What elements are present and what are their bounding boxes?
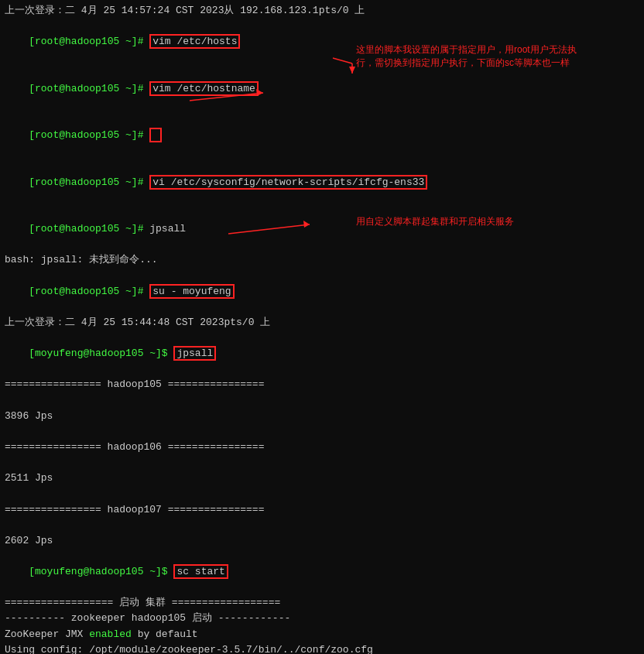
prompt: [root@hadoop105 ~]#: [29, 83, 149, 94]
cmd-text: vim /etc/hostname: [149, 81, 259, 96]
prompt: [root@hadoop105 ~]#: [29, 36, 149, 47]
line-config-105: Using config: /opt/module/zookeeper-3.5.…: [5, 642, 639, 654]
prompt: [root@hadoop105 ~]#: [29, 223, 149, 235]
cmd-text: [149, 128, 162, 142]
annotation-sc-cmd: 用自定义脚本群起集群和开启相关服务: [356, 215, 588, 228]
line-empty3: [5, 455, 639, 471]
line-sep-107: ================ hadoop107 =============…: [5, 502, 639, 518]
line-jps-106: 2511 Jps: [5, 471, 639, 486]
cmd-jpsall: jpsall: [173, 346, 216, 361]
terminal: 上一次登录：二 4月 25 14:57:24 CST 2023从 192.168…: [0, 0, 644, 654]
line-sep-105: ================ hadoop105 =============…: [5, 377, 639, 392]
line-empty5: [5, 518, 639, 533]
cmd-text: vim /etc/hosts: [149, 34, 240, 49]
line-jpsall-root: [root@hadoop105 ~]# jpsall: [5, 206, 639, 252]
line-empty2: [5, 424, 639, 440]
cmd-su: su - moyufeng: [149, 284, 234, 299]
line-last-login: 上一次登录：二 4月 25 14:57:24 CST 2023从 192.168…: [5, 3, 639, 19]
line-jps-107: 2602 Jps: [5, 533, 639, 549]
prompt: [moyufeng@hadoop105 ~]$: [29, 566, 173, 577]
cmd-text: jpsall: [149, 223, 186, 235]
cmd-sc-start: sc start: [173, 564, 228, 579]
line-last-login2: 上一次登录：二 4月 25 15:44:48 CST 2023pts/0 上: [5, 315, 639, 330]
prompt: [root@hadoop105 ~]#: [29, 286, 149, 297]
line-su: [root@hadoop105 ~]# su - moyufeng: [5, 268, 639, 314]
line-jpsall-user: [moyufeng@hadoop105 ~]$ jpsall: [5, 330, 639, 377]
line-zk-105-start: ---------- zookeeper hadoop105 启动 ------…: [5, 611, 639, 626]
line-jps-105: 3896 Jps: [5, 409, 639, 424]
prompt: [root@hadoop105 ~]#: [29, 176, 149, 188]
line-sep-start-cluster: ================== 启动 集群 ===============…: [5, 595, 639, 611]
line-bash-error: bash: jpsall: 未找到命令...: [5, 252, 639, 268]
prompt: [root@hadoop105 ~]#: [29, 129, 149, 141]
line-sc-start: [moyufeng@hadoop105 ~]$ sc start: [5, 549, 639, 595]
prompt: [moyufeng@hadoop105 ~]$: [29, 348, 173, 359]
line-empty1: [5, 393, 639, 409]
line-jmx-105: ZooKeeper JMX enabled by default: [5, 627, 639, 642]
line-vim-hostname: [root@hadoop105 ~]# vim /etc/hostname: [5, 66, 639, 112]
annotation-root-cmd: 这里的脚本我设置的属于指定用户，用root用户无法执行，需切换到指定用户执行，下…: [356, 43, 619, 70]
line-vi-ifcfg: [root@hadoop105 ~]# vi /etc/sysconfig/ne…: [5, 159, 639, 205]
line-empty4: [5, 486, 639, 502]
line-sep-106: ================ hadoop106 =============…: [5, 440, 639, 455]
line-root-empty: [root@hadoop105 ~]#: [5, 112, 639, 159]
cmd-text: vi /etc/sysconfig/network-scripts/ifcfg-…: [149, 175, 427, 190]
